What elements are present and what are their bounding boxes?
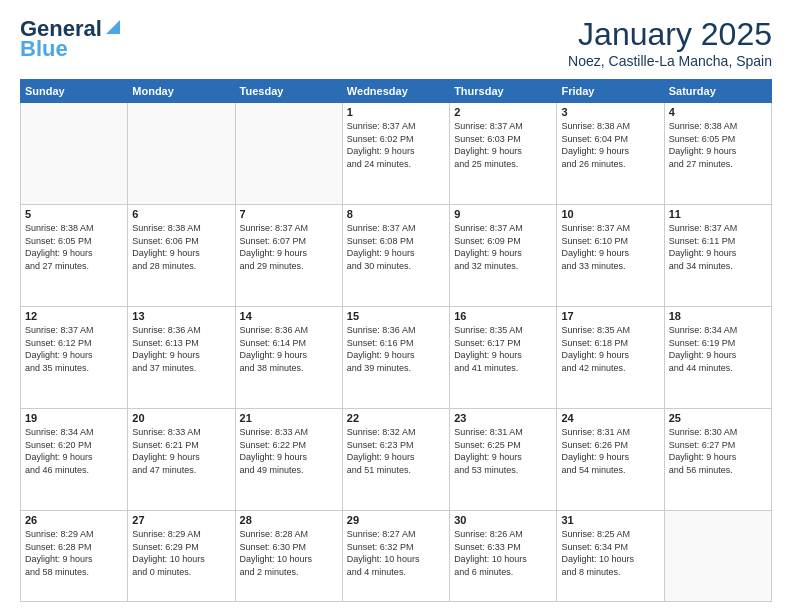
day-info: Sunrise: 8:37 AM Sunset: 6:03 PM Dayligh…	[454, 120, 552, 170]
calendar-cell: 28Sunrise: 8:28 AM Sunset: 6:30 PM Dayli…	[235, 510, 342, 601]
calendar-cell: 1Sunrise: 8:37 AM Sunset: 6:02 PM Daylig…	[342, 103, 449, 205]
day-number: 13	[132, 310, 230, 322]
weekday-header-row: SundayMondayTuesdayWednesdayThursdayFrid…	[21, 80, 772, 103]
calendar-cell: 20Sunrise: 8:33 AM Sunset: 6:21 PM Dayli…	[128, 408, 235, 510]
day-number: 6	[132, 208, 230, 220]
day-info: Sunrise: 8:29 AM Sunset: 6:28 PM Dayligh…	[25, 528, 123, 578]
day-info: Sunrise: 8:37 AM Sunset: 6:12 PM Dayligh…	[25, 324, 123, 374]
calendar-cell: 17Sunrise: 8:35 AM Sunset: 6:18 PM Dayli…	[557, 306, 664, 408]
day-info: Sunrise: 8:33 AM Sunset: 6:22 PM Dayligh…	[240, 426, 338, 476]
weekday-header: Thursday	[450, 80, 557, 103]
day-info: Sunrise: 8:38 AM Sunset: 6:05 PM Dayligh…	[669, 120, 767, 170]
day-info: Sunrise: 8:38 AM Sunset: 6:04 PM Dayligh…	[561, 120, 659, 170]
day-number: 31	[561, 514, 659, 526]
calendar-cell: 15Sunrise: 8:36 AM Sunset: 6:16 PM Dayli…	[342, 306, 449, 408]
day-number: 8	[347, 208, 445, 220]
day-number: 20	[132, 412, 230, 424]
day-number: 18	[669, 310, 767, 322]
day-number: 12	[25, 310, 123, 322]
calendar-cell: 4Sunrise: 8:38 AM Sunset: 6:05 PM Daylig…	[664, 103, 771, 205]
day-number: 1	[347, 106, 445, 118]
calendar-cell	[664, 510, 771, 601]
day-number: 24	[561, 412, 659, 424]
calendar-cell: 21Sunrise: 8:33 AM Sunset: 6:22 PM Dayli…	[235, 408, 342, 510]
calendar-week-row: 1Sunrise: 8:37 AM Sunset: 6:02 PM Daylig…	[21, 103, 772, 205]
calendar-cell	[235, 103, 342, 205]
day-number: 16	[454, 310, 552, 322]
calendar-cell: 31Sunrise: 8:25 AM Sunset: 6:34 PM Dayli…	[557, 510, 664, 601]
day-number: 21	[240, 412, 338, 424]
day-number: 11	[669, 208, 767, 220]
day-info: Sunrise: 8:37 AM Sunset: 6:07 PM Dayligh…	[240, 222, 338, 272]
weekday-header: Tuesday	[235, 80, 342, 103]
month-title: January 2025	[568, 16, 772, 53]
day-info: Sunrise: 8:28 AM Sunset: 6:30 PM Dayligh…	[240, 528, 338, 578]
day-number: 28	[240, 514, 338, 526]
day-number: 3	[561, 106, 659, 118]
day-number: 4	[669, 106, 767, 118]
calendar-week-row: 12Sunrise: 8:37 AM Sunset: 6:12 PM Dayli…	[21, 306, 772, 408]
calendar-cell: 12Sunrise: 8:37 AM Sunset: 6:12 PM Dayli…	[21, 306, 128, 408]
calendar-cell: 13Sunrise: 8:36 AM Sunset: 6:13 PM Dayli…	[128, 306, 235, 408]
day-info: Sunrise: 8:26 AM Sunset: 6:33 PM Dayligh…	[454, 528, 552, 578]
day-info: Sunrise: 8:36 AM Sunset: 6:14 PM Dayligh…	[240, 324, 338, 374]
day-number: 23	[454, 412, 552, 424]
day-number: 7	[240, 208, 338, 220]
day-number: 29	[347, 514, 445, 526]
calendar-cell: 30Sunrise: 8:26 AM Sunset: 6:33 PM Dayli…	[450, 510, 557, 601]
calendar-cell: 26Sunrise: 8:29 AM Sunset: 6:28 PM Dayli…	[21, 510, 128, 601]
day-info: Sunrise: 8:36 AM Sunset: 6:16 PM Dayligh…	[347, 324, 445, 374]
day-info: Sunrise: 8:34 AM Sunset: 6:19 PM Dayligh…	[669, 324, 767, 374]
calendar-cell: 3Sunrise: 8:38 AM Sunset: 6:04 PM Daylig…	[557, 103, 664, 205]
day-info: Sunrise: 8:29 AM Sunset: 6:29 PM Dayligh…	[132, 528, 230, 578]
weekday-header: Monday	[128, 80, 235, 103]
title-block: January 2025 Noez, Castille-La Mancha, S…	[568, 16, 772, 69]
day-number: 5	[25, 208, 123, 220]
day-number: 2	[454, 106, 552, 118]
weekday-header: Sunday	[21, 80, 128, 103]
calendar-cell: 25Sunrise: 8:30 AM Sunset: 6:27 PM Dayli…	[664, 408, 771, 510]
calendar-cell: 8Sunrise: 8:37 AM Sunset: 6:08 PM Daylig…	[342, 204, 449, 306]
calendar-cell: 14Sunrise: 8:36 AM Sunset: 6:14 PM Dayli…	[235, 306, 342, 408]
day-info: Sunrise: 8:35 AM Sunset: 6:18 PM Dayligh…	[561, 324, 659, 374]
day-info: Sunrise: 8:25 AM Sunset: 6:34 PM Dayligh…	[561, 528, 659, 578]
day-info: Sunrise: 8:36 AM Sunset: 6:13 PM Dayligh…	[132, 324, 230, 374]
calendar-cell: 29Sunrise: 8:27 AM Sunset: 6:32 PM Dayli…	[342, 510, 449, 601]
logo-blue: Blue	[20, 36, 68, 62]
calendar-cell: 5Sunrise: 8:38 AM Sunset: 6:05 PM Daylig…	[21, 204, 128, 306]
calendar-cell: 18Sunrise: 8:34 AM Sunset: 6:19 PM Dayli…	[664, 306, 771, 408]
day-info: Sunrise: 8:37 AM Sunset: 6:10 PM Dayligh…	[561, 222, 659, 272]
weekday-header: Wednesday	[342, 80, 449, 103]
svg-marker-0	[106, 20, 120, 34]
day-info: Sunrise: 8:35 AM Sunset: 6:17 PM Dayligh…	[454, 324, 552, 374]
calendar-week-row: 5Sunrise: 8:38 AM Sunset: 6:05 PM Daylig…	[21, 204, 772, 306]
calendar-week-row: 26Sunrise: 8:29 AM Sunset: 6:28 PM Dayli…	[21, 510, 772, 601]
calendar-cell: 16Sunrise: 8:35 AM Sunset: 6:17 PM Dayli…	[450, 306, 557, 408]
day-info: Sunrise: 8:38 AM Sunset: 6:05 PM Dayligh…	[25, 222, 123, 272]
calendar-cell: 27Sunrise: 8:29 AM Sunset: 6:29 PM Dayli…	[128, 510, 235, 601]
calendar-cell: 24Sunrise: 8:31 AM Sunset: 6:26 PM Dayli…	[557, 408, 664, 510]
day-info: Sunrise: 8:30 AM Sunset: 6:27 PM Dayligh…	[669, 426, 767, 476]
calendar-cell	[128, 103, 235, 205]
day-number: 15	[347, 310, 445, 322]
calendar-cell: 9Sunrise: 8:37 AM Sunset: 6:09 PM Daylig…	[450, 204, 557, 306]
day-info: Sunrise: 8:37 AM Sunset: 6:08 PM Dayligh…	[347, 222, 445, 272]
calendar-cell: 23Sunrise: 8:31 AM Sunset: 6:25 PM Dayli…	[450, 408, 557, 510]
day-number: 14	[240, 310, 338, 322]
logo-triangle-icon	[104, 18, 122, 36]
calendar-cell: 10Sunrise: 8:37 AM Sunset: 6:10 PM Dayli…	[557, 204, 664, 306]
day-info: Sunrise: 8:37 AM Sunset: 6:11 PM Dayligh…	[669, 222, 767, 272]
day-info: Sunrise: 8:31 AM Sunset: 6:26 PM Dayligh…	[561, 426, 659, 476]
calendar-cell: 22Sunrise: 8:32 AM Sunset: 6:23 PM Dayli…	[342, 408, 449, 510]
weekday-header: Saturday	[664, 80, 771, 103]
location-title: Noez, Castille-La Mancha, Spain	[568, 53, 772, 69]
day-info: Sunrise: 8:37 AM Sunset: 6:09 PM Dayligh…	[454, 222, 552, 272]
calendar-cell: 19Sunrise: 8:34 AM Sunset: 6:20 PM Dayli…	[21, 408, 128, 510]
day-number: 22	[347, 412, 445, 424]
page: General Blue January 2025 Noez, Castille…	[0, 0, 792, 612]
header: General Blue January 2025 Noez, Castille…	[20, 16, 772, 69]
calendar-table: SundayMondayTuesdayWednesdayThursdayFrid…	[20, 79, 772, 602]
day-info: Sunrise: 8:34 AM Sunset: 6:20 PM Dayligh…	[25, 426, 123, 476]
day-info: Sunrise: 8:32 AM Sunset: 6:23 PM Dayligh…	[347, 426, 445, 476]
calendar-cell	[21, 103, 128, 205]
